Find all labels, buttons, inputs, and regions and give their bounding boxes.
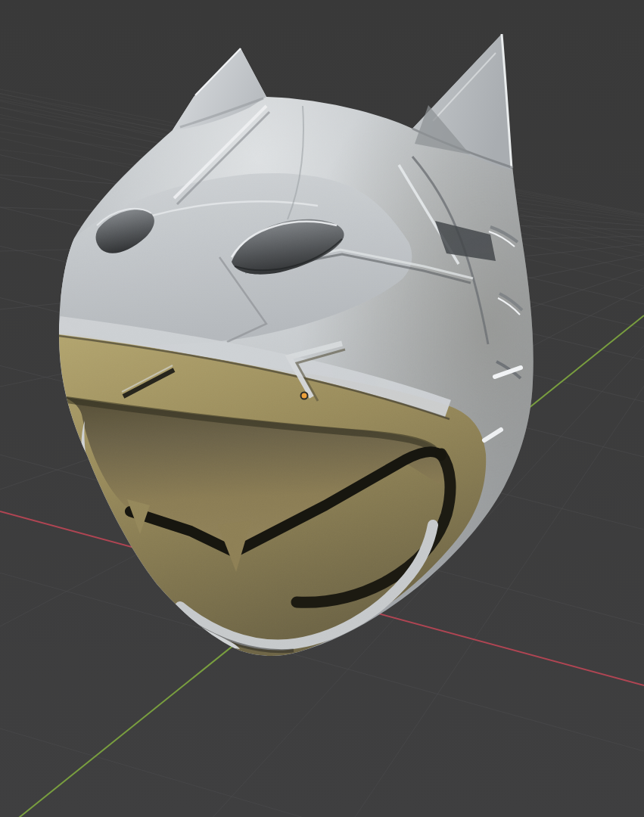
viewport-canvas[interactable] <box>0 0 644 817</box>
object-origin-dot[interactable] <box>301 393 308 399</box>
viewport-3d[interactable] <box>0 0 644 817</box>
